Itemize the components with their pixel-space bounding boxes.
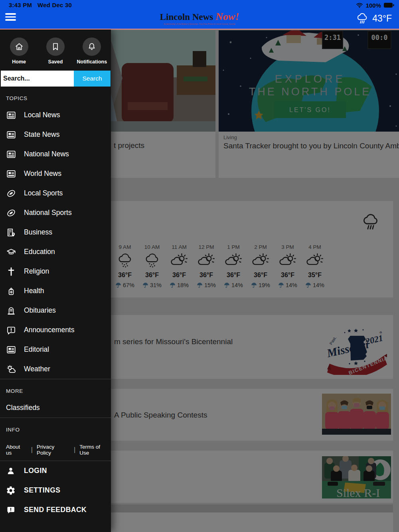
sidebar-item-business[interactable]: Business (0, 223, 111, 242)
sidebar-item-announcements[interactable]: Announcements (0, 320, 111, 340)
sidebar-item-weather[interactable]: Weather (0, 359, 111, 379)
sidebar-item-health[interactable]: Health (0, 281, 111, 301)
sidebar-item-editorial[interactable]: Editorial (0, 340, 111, 359)
logo-tagline: A partnership of the Elsberry Democrat, … (132, 23, 267, 25)
feedback-icon (6, 505, 16, 515)
sidebar-item-national-news[interactable]: National News (0, 144, 111, 164)
status-time: 3:43 PM (9, 2, 32, 8)
settings-button[interactable]: SETTINGS (0, 481, 111, 500)
home-button[interactable]: Home (1, 37, 37, 65)
app-logo: Lincoln News Now! A partnership of the E… (132, 11, 267, 25)
privacy-policy-link[interactable]: Privacy Policy (37, 444, 70, 456)
logo-accent-text: Now! (215, 11, 239, 22)
status-date: Wed Dec 30 (38, 2, 72, 8)
app-header: 3:43 PMWed Dec 30 100% Lincoln News Now!… (0, 0, 399, 30)
bell-icon (87, 42, 97, 51)
home-icon (14, 42, 24, 51)
newspaper-icon (6, 169, 16, 179)
sidebar-item-classifieds[interactable]: Classifieds (0, 398, 111, 418)
bookmark-icon (51, 42, 60, 51)
newspaper-icon (6, 149, 16, 160)
football-icon (6, 208, 16, 218)
topics-section-label: TOPICS (6, 95, 111, 101)
app-screen: t projects EXPLORE (0, 0, 399, 532)
building-pin-icon (6, 227, 16, 238)
sidebar-item-obituaries[interactable]: Obituaries (0, 301, 111, 320)
gear-icon (6, 486, 16, 495)
sidebar-item-local-sports[interactable]: Local Sports (0, 183, 111, 203)
drawer-shortcuts: Home Saved Notifications (0, 30, 111, 65)
person-icon (6, 466, 16, 476)
sun-cloud-icon (6, 364, 16, 374)
sidebar-item-education[interactable]: Education (0, 242, 111, 262)
drawer-divider (0, 379, 111, 379)
info-section-label: INFO (6, 427, 111, 433)
search-button[interactable]: Search (74, 71, 111, 87)
newspaper-icon (6, 345, 16, 355)
status-bar-left: 3:43 PMWed Dec 30 (9, 2, 77, 8)
send-feedback-button[interactable]: SEND FEEDBACK (0, 500, 111, 520)
logo-text: Lincoln News (160, 12, 213, 22)
battery-icon (383, 2, 394, 8)
newspaper-icon (6, 130, 16, 140)
about-us-link[interactable]: About us (6, 444, 27, 456)
sidebar-item-state-news[interactable]: State News (0, 125, 111, 144)
football-icon (6, 188, 16, 199)
notifications-button[interactable]: Notifications (74, 37, 110, 65)
cross-icon (6, 266, 16, 277)
battery-percent: 100% (366, 2, 381, 9)
login-button[interactable]: LOGIN (0, 461, 111, 481)
saved-button[interactable]: Saved (37, 37, 73, 65)
header-temperature: 43°F (372, 13, 392, 24)
sidebar-item-world-news[interactable]: World News (0, 164, 111, 183)
search-bar: Search (1, 71, 111, 87)
sidebar-item-national-sports[interactable]: National Sports (0, 203, 111, 223)
announcement-icon (6, 325, 16, 335)
drawer-divider (0, 418, 111, 418)
search-input[interactable] (1, 71, 74, 87)
newspaper-icon (6, 110, 16, 120)
actions-list: LOGIN SETTINGS SEND FEEDBACK (0, 461, 111, 520)
hamburger-menu-button[interactable] (5, 13, 17, 24)
header-weather-button[interactable]: 43°F (356, 12, 392, 25)
medicine-bottle-icon (6, 286, 16, 296)
more-section-label: MORE (6, 388, 111, 394)
status-bar-right: 100% (356, 2, 394, 9)
graduation-cap-icon (6, 247, 16, 257)
wifi-icon (356, 2, 363, 9)
topics-list: Local News State News National News Worl… (0, 105, 111, 379)
rain-cloud-icon (356, 12, 369, 25)
sidebar-item-local-news[interactable]: Local News (0, 105, 111, 125)
more-list: Classifieds (0, 398, 111, 418)
nav-drawer: Home Saved Notifications Search TOPICS L… (0, 30, 111, 532)
sidebar-item-religion[interactable]: Religion (0, 262, 111, 281)
terms-of-use-link[interactable]: Terms of Use (79, 444, 111, 456)
info-links: About us | Privacy Policy | Terms of Use (6, 444, 111, 456)
memorial-icon (6, 305, 16, 316)
